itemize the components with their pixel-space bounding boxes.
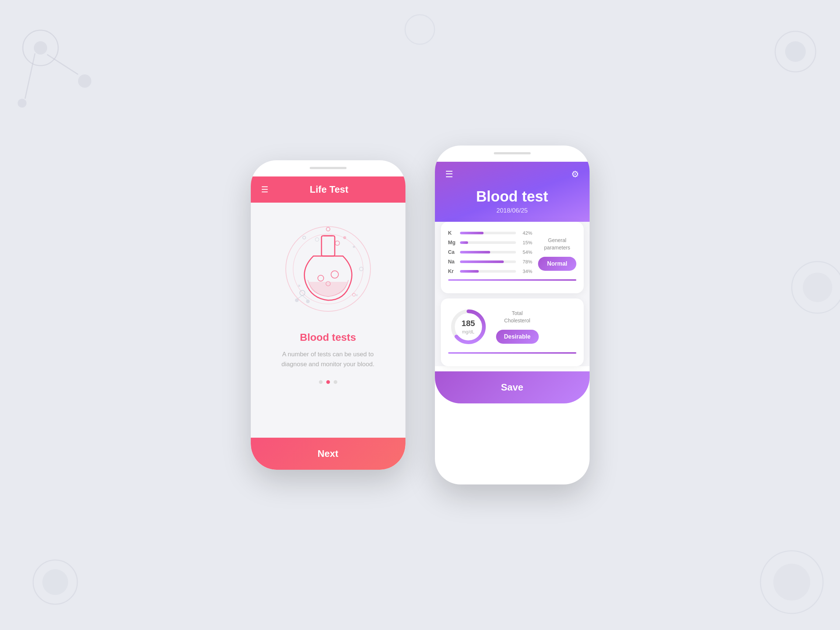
cholesterol-unit: mg/dL (462, 329, 474, 334)
left-header: ☰ Life Test (251, 176, 406, 203)
svg-point-30 (318, 275, 324, 281)
svg-point-15 (286, 226, 371, 311)
normal-badge[interactable]: Normal (538, 257, 576, 271)
svg-point-34 (343, 236, 346, 239)
svg-point-21 (352, 293, 355, 296)
param-row-mg: Mg 15% (448, 239, 532, 245)
right-phone: ☰ ⚙ Blood test 2018/06/25 K (435, 146, 590, 484)
param-bar-fill-na (460, 261, 504, 263)
param-bar-fill-k (460, 232, 483, 234)
right-menu-icon[interactable]: ☰ (445, 169, 453, 179)
svg-point-31 (331, 271, 338, 278)
donut-chart: 185 mg/dL (448, 307, 489, 347)
svg-point-23 (295, 298, 298, 302)
section-description: A number of tests can be used to diagnos… (280, 349, 376, 369)
svg-line-25 (298, 296, 302, 298)
svg-rect-29 (322, 236, 335, 256)
general-params-card: K 42% Mg 15% (441, 222, 584, 293)
param-row-na: Na 78% (448, 259, 532, 264)
svg-line-5 (25, 54, 35, 99)
svg-point-1 (34, 41, 47, 54)
param-bar-bg-ca (460, 251, 516, 253)
params-table: K 42% Mg 15% (448, 230, 532, 278)
param-bar-fill-kr (460, 270, 479, 272)
card-divider-2 (448, 352, 576, 354)
svg-text:×: × (356, 293, 358, 297)
param-bar-bg-mg (460, 241, 516, 244)
svg-point-10 (792, 261, 840, 313)
left-body: × × (251, 203, 406, 450)
svg-point-24 (306, 299, 310, 303)
svg-point-19 (353, 246, 355, 248)
svg-point-8 (775, 31, 816, 72)
svg-point-20 (359, 267, 363, 271)
svg-point-11 (803, 272, 832, 302)
param-label-na: Na (448, 259, 457, 264)
card-inner: K 42% Mg 15% (448, 230, 576, 278)
menu-icon[interactable]: ☰ (261, 186, 268, 194)
svg-point-17 (326, 227, 330, 231)
dot-2[interactable] (326, 380, 330, 384)
svg-text:×: × (298, 283, 300, 288)
app-title: Life Test (274, 184, 384, 195)
flask-illustration: × × (276, 217, 380, 321)
param-bar-fill-mg (460, 241, 469, 244)
total-chol-label: TotalCholesterol (504, 310, 530, 324)
param-pct-ca: 54% (519, 249, 532, 255)
chol-inner: 185 mg/dL TotalCholesterol Desirable (448, 307, 576, 347)
right-header-top-row: ☰ ⚙ (445, 169, 579, 179)
left-phone: ☰ Life Test (251, 160, 406, 470)
cholesterol-value: 185 (461, 319, 475, 328)
svg-point-13 (773, 564, 810, 600)
chol-right-info: TotalCholesterol Desirable (496, 310, 539, 343)
right-body: K 42% Mg 15% (435, 222, 590, 366)
svg-point-9 (785, 41, 806, 62)
next-button[interactable]: Next (251, 438, 406, 470)
cholesterol-card: 185 mg/dL TotalCholesterol Desirable (441, 298, 584, 366)
param-row-k: K 42% (448, 230, 532, 236)
param-pct-kr: 34% (519, 269, 532, 274)
section-title: Blood tests (300, 332, 356, 343)
param-bar-bg-na (460, 261, 516, 263)
svg-point-2 (78, 74, 91, 88)
param-row-ca: Ca 54% (448, 249, 532, 255)
dot-1[interactable] (319, 380, 323, 384)
svg-point-6 (33, 560, 77, 604)
param-bar-bg-kr (460, 270, 516, 272)
blood-test-date: 2018/06/25 (445, 207, 579, 214)
desirable-badge[interactable]: Desirable (496, 330, 539, 344)
svg-point-7 (43, 569, 68, 595)
param-bar-bg-k (460, 232, 516, 234)
blood-test-title: Blood test (445, 188, 579, 205)
phones-container: ☰ Life Test (251, 146, 590, 484)
param-label-ca: Ca (448, 249, 457, 255)
settings-icon[interactable]: ⚙ (571, 169, 579, 179)
svg-point-4 (18, 99, 27, 108)
svg-point-12 (761, 551, 823, 613)
param-pct-na: 78% (519, 259, 532, 264)
param-row-kr: Kr 34% (448, 268, 532, 274)
svg-line-3 (47, 54, 78, 74)
param-pct-mg: 15% (519, 240, 532, 245)
svg-point-14 (405, 15, 434, 44)
dots-indicator (319, 380, 337, 384)
card-right-info: Generalparameters Normal (538, 237, 576, 271)
dot-3[interactable] (334, 380, 337, 384)
svg-point-18 (303, 236, 306, 239)
card-divider-1 (448, 279, 576, 281)
param-bar-fill-ca (460, 251, 491, 253)
general-params-label: Generalparameters (544, 237, 570, 251)
param-label-k: K (448, 230, 457, 236)
param-pct-k: 42% (519, 230, 532, 236)
param-label-mg: Mg (448, 239, 457, 245)
svg-point-33 (335, 241, 339, 245)
save-button[interactable]: Save (435, 371, 590, 404)
donut-center: 185 mg/dL (461, 319, 475, 335)
param-label-kr: Kr (448, 268, 457, 274)
svg-point-35 (315, 237, 319, 241)
svg-point-0 (23, 30, 58, 66)
